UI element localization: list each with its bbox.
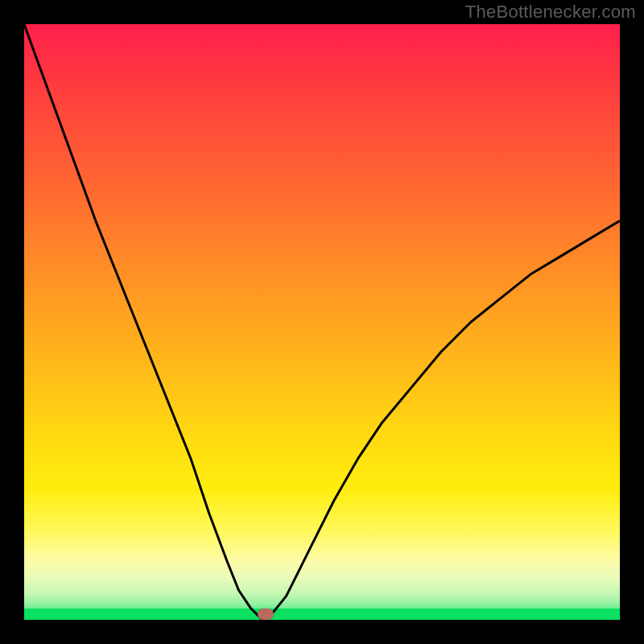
watermark-text: TheBottlenecker.com <box>465 2 636 23</box>
chart-frame: TheBottlenecker.com <box>0 0 644 644</box>
bottleneck-curve <box>24 24 620 620</box>
curve-layer <box>24 24 620 620</box>
minimum-marker <box>258 609 274 620</box>
plot-area <box>24 24 620 620</box>
